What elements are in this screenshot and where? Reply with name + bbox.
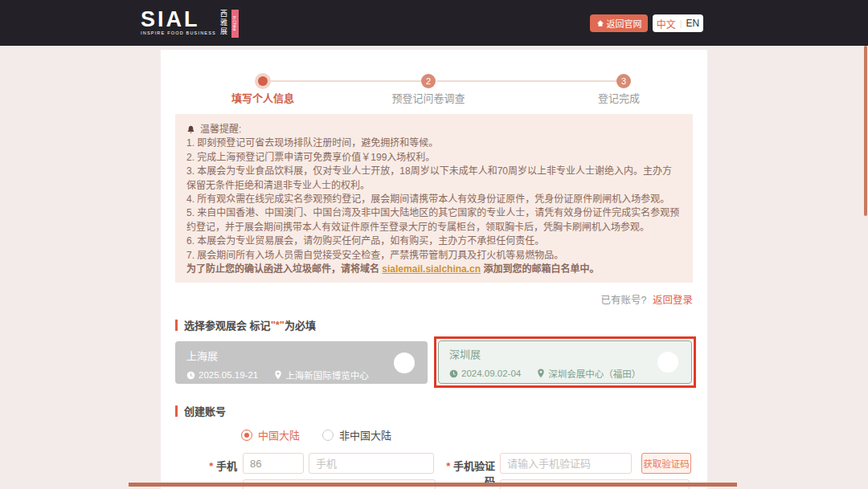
required-star: * [209, 460, 213, 472]
registration-form-card: 2 3 填写个人信息 预登记问卷调查 登记完成 温馨提醒: 1. 即刻预登记可省… [161, 50, 707, 489]
step-connector [270, 80, 421, 82]
step-2-label: 预登记问卷调查 [372, 90, 485, 105]
notice-line: 7. 展会期间所有入场人员需自觉接受安全检查，严禁携带管制刀具及打火机等易燃物品… [186, 249, 682, 263]
radio-non-mainland-china[interactable]: 非中国大陆 [322, 427, 391, 442]
notice-title: 温馨提醒: [200, 123, 241, 137]
radio-mainland-china[interactable]: 中国大陆 [241, 427, 300, 442]
exhibition-card-shenzhen[interactable]: 深圳展 2024.09.02-04 深圳会展中心（福田） [438, 340, 692, 384]
sms-code-input[interactable] [500, 453, 632, 474]
exhibition-venue: 上海新国际博览中心 [285, 369, 369, 381]
radio-unselected-icon [322, 430, 334, 441]
notice-line: 1. 即刻预登记可省去现场排队注册时间，避免拥挤和等候。 [186, 137, 682, 150]
bottom-cutoff-bar [129, 483, 737, 487]
create-account-section-title: 创建账号 [175, 403, 226, 418]
required-mark: "*" [271, 319, 285, 331]
bell-icon [186, 125, 195, 134]
whitelist-domain-link[interactable]: sialemail.sialchina.cn [382, 263, 481, 275]
lang-english[interactable]: EN [686, 18, 699, 29]
exhibition-name: 深圳展 [449, 346, 681, 361]
top-navbar: SIAL INSPIRE FOOD BUSINESS 西 雅 展 in Chin… [0, 0, 868, 46]
notice-line: 5. 来自中国香港、中国澳门、中国台湾及非中国大陆地区的其它国家的专业人士，请凭… [186, 206, 682, 234]
section-accent-bar [175, 320, 178, 331]
existing-account-row: 已有账号? 返回登录 [601, 291, 693, 307]
logo-in-china-ribbon: in China [231, 10, 239, 38]
language-switcher: 中文 | EN [653, 14, 703, 32]
clock-icon [186, 371, 195, 380]
sial-logo: SIAL INSPIRE FOOD BUSINESS 西 雅 展 in Chin… [141, 9, 239, 38]
step-3-indicator: 3 [616, 74, 631, 88]
step-1-indicator [258, 76, 268, 86]
logo-tagline: INSPIRE FOOD BUSINESS [141, 31, 216, 35]
scrollbar-thumb[interactable] [864, 46, 867, 216]
radio-selected-icon [241, 430, 252, 441]
back-to-official-site-button[interactable]: 返回官网 [590, 14, 648, 32]
lang-divider: | [680, 19, 682, 28]
clock-icon [449, 369, 458, 378]
notice-line: 2. 完成上海预登记门票申请可免费享价值￥199入场权利。 [186, 151, 682, 165]
notice-box: 温馨提醒: 1. 即刻预登记可省去现场排队注册时间，避免拥挤和等候。 2. 完成… [175, 114, 693, 283]
logo-chinese-characters: 西 雅 展 [220, 10, 227, 36]
phone-number-input[interactable] [309, 453, 434, 474]
location-pin-icon [274, 370, 282, 380]
required-star: * [446, 460, 450, 472]
have-account-text: 已有账号? [601, 295, 647, 306]
exhibition-name: 上海展 [186, 348, 416, 363]
exhibition-venue: 深圳会展中心（福田） [548, 367, 641, 380]
exhibition-radio[interactable] [657, 352, 678, 373]
exhibition-card-shanghai[interactable]: 上海展 2025.05.19-21 上海新国际博览中心 [175, 341, 428, 384]
section-accent-bar [175, 405, 178, 417]
location-pin-icon [537, 369, 545, 378]
logo-wordmark: SIAL [141, 9, 216, 30]
notice-line: 4. 所有观众需在线完成实名参观预约登记，展会期间请携带本人有效身份证原件，凭身… [186, 193, 682, 206]
country-code-input[interactable] [243, 453, 304, 474]
choose-exhibition-section-title: 选择参观展会 标记 "*" 为必填 [175, 317, 316, 332]
notice-line: 3. 本展会为专业食品饮料展，仅对专业人士开放，18周岁以下未成年人和70周岁以… [186, 165, 682, 193]
selection-highlight-annotation: 深圳展 2024.09.02-04 深圳会展中心（福田） [434, 336, 696, 388]
exhibition-radio[interactable] [394, 352, 415, 373]
step-2-indicator: 2 [421, 74, 436, 88]
get-verification-code-button[interactable]: 获取验证码 [641, 453, 691, 474]
step-1-label: 填写个人信息 [207, 90, 319, 105]
exhibition-date: 2024.09.02-04 [461, 369, 521, 378]
notice-footer: 为了防止您的确认函进入垃圾邮件，请将域名 sialemail.sialchina… [186, 263, 682, 276]
phone-label: * 手机 [201, 458, 237, 473]
home-icon [596, 19, 604, 27]
back-to-login-link[interactable]: 返回登录 [653, 295, 693, 306]
exhibition-date: 2025.05.19-21 [199, 370, 258, 380]
notice-line: 6. 本展会为专业贸易展会，请勿购买任何产品，如有购买，主办方不承担任何责任。 [186, 234, 682, 248]
region-radio-group: 中国大陆 非中国大陆 [241, 427, 391, 442]
step-3-label: 登记完成 [563, 90, 675, 105]
lang-chinese[interactable]: 中文 [657, 17, 676, 31]
step-connector [437, 80, 616, 82]
